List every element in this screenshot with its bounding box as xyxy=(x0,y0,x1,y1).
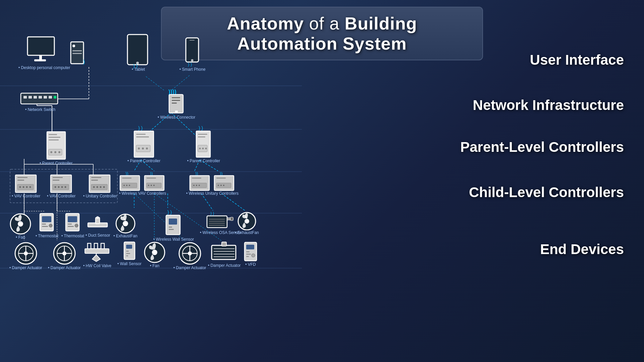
svg-rect-164 xyxy=(169,229,174,230)
svg-rect-77 xyxy=(136,134,146,135)
svg-line-29 xyxy=(221,193,245,210)
smartphone-device: ) ) Smart Phone xyxy=(179,37,206,72)
damper-act-3-icon xyxy=(178,241,202,265)
svg-point-211 xyxy=(252,254,255,257)
label-child-controllers: Child-Level Controllers xyxy=(469,184,624,200)
svg-point-159 xyxy=(123,221,128,226)
svg-rect-205 xyxy=(222,242,226,246)
duct-sensor-icon xyxy=(86,216,110,233)
smartphone-icon: ) ) xyxy=(184,37,201,67)
svg-rect-163 xyxy=(169,227,172,228)
svg-rect-78 xyxy=(136,136,149,137)
damper-act-4-label: Damper Actuator xyxy=(208,263,241,268)
svg-rect-185 xyxy=(85,249,109,253)
tablet-device: ) ) Tablet xyxy=(126,34,151,72)
wireless-wall-sensor-label: Wireless Wall Sensor xyxy=(153,237,194,242)
tablet-icon: ) ) xyxy=(126,34,151,69)
hw-coil-valve-device: HW Coil Valve xyxy=(83,241,111,268)
wireless-unitary-icon-2: )) xyxy=(214,171,235,191)
damper-act-2-label: Damper Actuator xyxy=(48,265,81,270)
damper-act-1-icon xyxy=(14,241,38,265)
fan-2-icon xyxy=(144,241,166,263)
svg-rect-100 xyxy=(53,177,63,178)
svg-text:)  ): ) ) xyxy=(188,62,192,67)
svg-rect-152 xyxy=(68,224,72,225)
svg-point-106 xyxy=(64,186,66,188)
svg-text:)  ): ) ) xyxy=(138,125,143,131)
wireless-unitary-label: Wireless Unitary Controllers xyxy=(186,191,238,196)
vav-ctrl-1-label: VAV Controller xyxy=(12,194,40,198)
svg-rect-92 xyxy=(17,177,28,178)
svg-rect-66 xyxy=(175,111,178,113)
svg-rect-138 xyxy=(216,178,226,179)
svg-rect-167 xyxy=(230,217,233,221)
svg-point-119 xyxy=(123,185,125,186)
svg-rect-44 xyxy=(72,53,82,54)
exhaust-fan-1-icon xyxy=(113,213,138,234)
svg-point-111 xyxy=(93,186,95,188)
svg-rect-189 xyxy=(126,245,132,249)
svg-marker-186 xyxy=(92,255,100,261)
wireless-connector-device: )))) Wireless Connector xyxy=(158,86,195,120)
svg-rect-153 xyxy=(68,226,74,227)
svg-line-28 xyxy=(201,193,213,210)
vav-ctrl-2-device: VAV Controller xyxy=(47,174,75,198)
svg-rect-68 xyxy=(49,134,57,135)
unitary-ctrl-label: Unitary Controller xyxy=(83,194,117,198)
desktop-device: Desktop personal computer xyxy=(18,35,70,70)
fan-1-label: Fan xyxy=(16,235,25,240)
svg-point-74 xyxy=(58,151,60,153)
svg-rect-39 xyxy=(39,55,42,59)
svg-point-174 xyxy=(245,219,249,224)
svg-text:)  ): ) ) xyxy=(210,212,214,216)
unitary-ctrl-device: Unitary Controller xyxy=(83,174,117,198)
parent-ctrl-3-icon: ) ) xyxy=(195,125,213,159)
network-switch-device: Network Switch xyxy=(20,90,60,112)
svg-point-80 xyxy=(138,147,140,149)
svg-point-103 xyxy=(54,186,56,188)
svg-point-73 xyxy=(54,151,56,153)
svg-point-120 xyxy=(126,185,127,186)
svg-point-135 xyxy=(199,185,200,186)
svg-point-194 xyxy=(152,250,157,255)
wireless-vav-label: Wireless VAV Controllers xyxy=(119,191,166,196)
network-switch-icon xyxy=(20,90,60,107)
wall-sensor-label: Wall Sensor xyxy=(117,261,142,266)
title-anatomy: Anatomy xyxy=(227,14,304,33)
svg-rect-85 xyxy=(198,134,207,135)
svg-point-157 xyxy=(96,216,99,219)
svg-rect-69 xyxy=(49,137,60,138)
damper-act-3-label: Damper Actuator xyxy=(173,265,206,270)
damper-act-1-label: Damper Actuator xyxy=(9,265,42,270)
svg-point-126 xyxy=(148,185,149,186)
label-end-devices: End Devices xyxy=(540,241,624,257)
svg-point-105 xyxy=(61,186,63,188)
wireless-wall-sensor-icon: ) ) xyxy=(163,208,184,237)
vav-ctrl-2-label: VAV Controller xyxy=(47,194,75,198)
pc-tower-icon: )))) xyxy=(70,41,85,66)
vfd-device: VFD xyxy=(244,241,258,267)
svg-rect-40 xyxy=(34,59,46,61)
svg-point-144 xyxy=(18,221,23,227)
smartphone-label: Smart Phone xyxy=(179,67,206,72)
vfd-label: VFD xyxy=(245,262,256,267)
wireless-vav-icon-2: )) xyxy=(144,171,166,191)
damper-act-2-icon xyxy=(52,241,76,265)
svg-rect-43 xyxy=(72,50,82,51)
hw-coil-valve-label: HW Coil Valve xyxy=(83,263,111,268)
wireless-vav-icon-1: )) xyxy=(119,171,141,191)
exhaust-fan-1-device: ExhaustFan xyxy=(113,213,138,238)
svg-point-72 xyxy=(50,151,52,153)
parent-ctrl-3-device: ) ) Parent Controller xyxy=(187,125,220,163)
svg-rect-46 xyxy=(127,35,148,65)
svg-point-142 xyxy=(223,185,224,186)
svg-rect-131 xyxy=(192,178,201,179)
svg-rect-70 xyxy=(49,139,59,140)
wireless-connector-label: Wireless Connector xyxy=(158,115,195,120)
svg-point-112 xyxy=(97,186,98,188)
damper-act-4-device: Damper Actuator xyxy=(208,241,241,268)
thermostat-2-icon xyxy=(65,213,81,234)
exhaust-fan-2-icon xyxy=(235,212,259,230)
svg-rect-207 xyxy=(246,245,254,249)
svg-point-134 xyxy=(196,185,197,186)
